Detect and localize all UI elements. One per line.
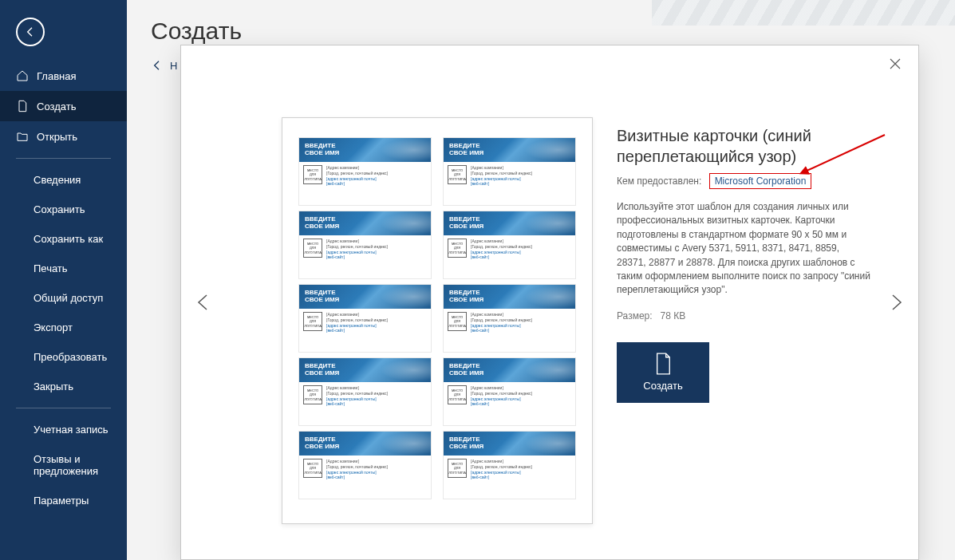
business-card: ВВЕДИТЕСВОЕ ИМЯМЕСТО ДЛЯ ЛОГОТИПА[Адрес … [298,431,432,499]
business-card: ВВЕДИТЕСВОЕ ИМЯМЕСТО ДЛЯ ЛОГОТИПА[Адрес … [443,431,576,499]
nav-close[interactable]: Закрыть [0,372,127,401]
next-template-button[interactable] [882,288,910,317]
nav-saveas[interactable]: Сохранить как [0,224,127,254]
business-card: ВВЕДИТЕСВОЕ ИМЯМЕСТО ДЛЯ ЛОГОТИПА[Адрес … [298,357,432,426]
business-card: ВВЕДИТЕСВОЕ ИМЯМЕСТО ДЛЯ ЛОГОТИПА[Адрес … [298,137,432,206]
nav-info[interactable]: Сведения [0,165,127,195]
template-provider: Кем предоставлен: Microsoft Corporation [617,173,870,189]
nav-new-label: Создать [37,101,76,112]
chevron-left-icon [194,293,213,312]
decorative-banner [652,0,955,26]
business-card: ВВЕДИТЕСВОЕ ИМЯМЕСТО ДЛЯ ЛОГОТИПА[Адрес … [443,357,576,426]
business-card: ВВЕДИТЕСВОЕ ИМЯМЕСТО ДЛЯ ЛОГОТИПА[Адрес … [443,211,576,279]
nav-save[interactable]: Сохранить [0,195,127,224]
business-card: ВВЕДИТЕСВОЕ ИМЯМЕСТО ДЛЯ ЛОГОТИПА[Адрес … [298,211,432,279]
nav-transform[interactable]: Преобразовать [0,342,127,372]
nav-new[interactable]: Создать [0,91,127,121]
chevron-right-icon [886,293,906,312]
business-card: ВВЕДИТЕСВОЕ ИМЯМЕСТО ДЛЯ ЛОГОТИПА[Адрес … [443,137,576,206]
template-details: Визитные карточки (синий переплетающийся… [617,125,870,403]
template-preview: ВВЕДИТЕСВОЕ ИМЯМЕСТО ДЛЯ ЛОГОТИПА[Адрес … [282,117,593,524]
template-preview-modal: ВВЕДИТЕСВОЕ ИМЯМЕСТО ДЛЯ ЛОГОТИПА[Адрес … [180,45,919,560]
nav-open[interactable]: Открыть [0,121,127,152]
divider [16,158,111,159]
arrow-left-icon [151,59,164,72]
nav-home-label: Главная [37,70,76,82]
nav-share[interactable]: Общий доступ [0,283,127,313]
divider [16,408,111,408]
template-title: Визитные карточки (синий переплетающийся… [617,125,870,167]
back-to-templates[interactable]: Н [151,59,177,72]
nav-options[interactable]: Параметры [0,486,127,515]
template-size: Размер: 78 КВ [617,310,870,321]
backstage-sidebar: Главная Создать Открыть Сведения Сохрани… [0,0,127,560]
business-card: ВВЕДИТЕСВОЕ ИМЯМЕСТО ДЛЯ ЛОГОТИПА[Адрес … [298,284,432,353]
template-description: Используйте этот шаблон для создания лич… [617,200,870,298]
nav-open-label: Открыть [37,131,77,143]
nav-home[interactable]: Главная [0,61,127,91]
provided-by-label: Кем предоставлен: [617,175,701,187]
arrow-left-icon [24,26,37,38]
close-icon [888,57,902,71]
nav-print[interactable]: Печать [0,254,127,283]
provider-link[interactable]: Microsoft Corporation [709,173,812,189]
prev-template-button[interactable] [189,288,218,317]
folder-open-icon [16,130,29,143]
close-button[interactable] [888,57,902,71]
file-icon [654,353,672,375]
nav-export[interactable]: Экспорт [0,313,127,342]
file-icon [16,100,29,112]
business-card: ВВЕДИТЕСВОЕ ИМЯМЕСТО ДЛЯ ЛОГОТИПА[Адрес … [443,284,576,353]
home-icon [16,69,29,82]
nav-feedback[interactable]: Отзывы и предложения [0,444,127,486]
back-button[interactable] [16,18,45,46]
create-button[interactable]: Создать [617,342,709,403]
nav-account[interactable]: Учетная запись [0,415,127,444]
create-button-label: Создать [643,380,682,392]
